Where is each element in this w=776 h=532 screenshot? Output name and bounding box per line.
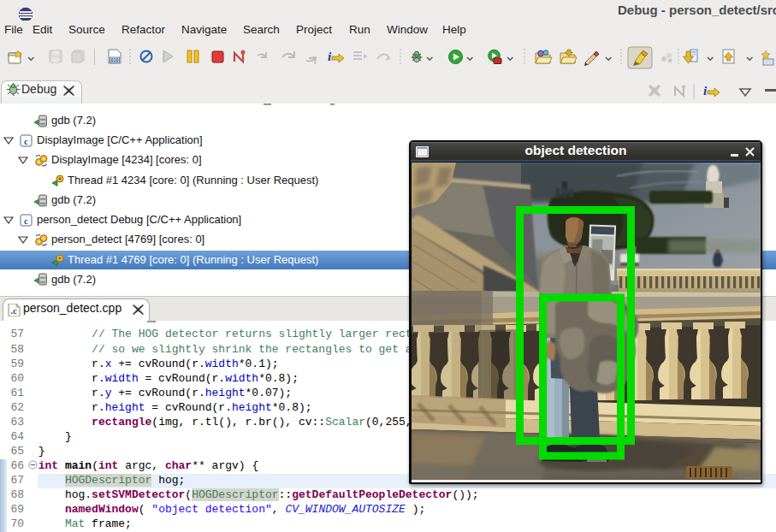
svg-text:i: i (703, 84, 708, 98)
svg-text:010: 010 (111, 57, 119, 62)
svg-text:.c: .c (10, 305, 17, 316)
svg-text:i: i (328, 50, 332, 63)
